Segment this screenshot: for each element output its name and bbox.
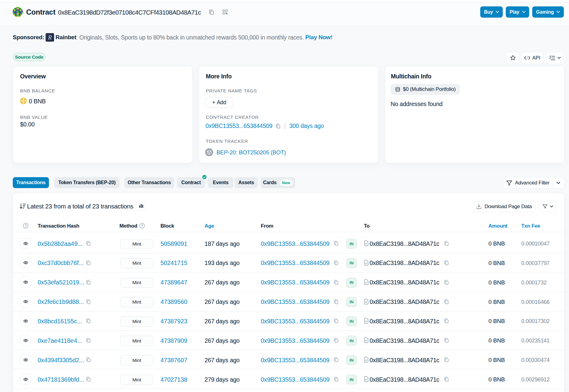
svg-text:?: ? <box>25 224 27 227</box>
svg-text:?: ? <box>141 224 143 227</box>
svg-text:R: R <box>48 34 52 41</box>
